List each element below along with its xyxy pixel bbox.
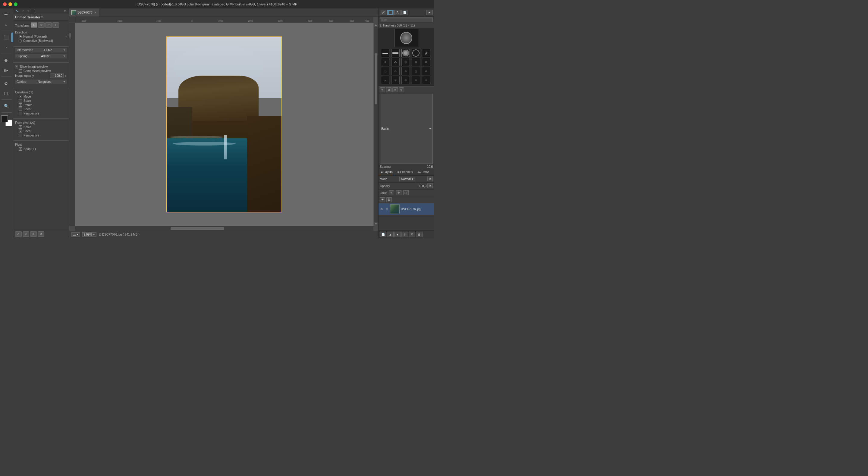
tab-close-icon[interactable]: ✕	[94, 11, 96, 14]
scroll-up-btn[interactable]: ▲	[374, 23, 378, 27]
toggle-visibility-btn[interactable]: 👁	[380, 197, 385, 202]
eraser-tool[interactable]: ◫	[1, 88, 11, 98]
tab-channels[interactable]: # Channels	[395, 169, 415, 175]
brush-item[interactable]: ✾	[391, 76, 400, 84]
direction-normal-radio[interactable]	[19, 35, 22, 38]
pivot-perspective-checkbox[interactable]	[19, 134, 22, 137]
brush-item[interactable]: ✿	[412, 58, 420, 66]
image-opacity-value[interactable]: 100.0	[50, 73, 64, 78]
zoom-selector[interactable]: 9.09% ▼	[82, 232, 96, 237]
crop-tool[interactable]: ⬛	[1, 33, 11, 42]
brush-item[interactable]: ❄	[422, 76, 430, 84]
move-tool[interactable]: ✛	[1, 10, 11, 19]
opacity-value[interactable]: 100,0	[419, 184, 427, 188]
transform-layer-btn[interactable]: L	[31, 22, 37, 28]
scrollbar-horizontal[interactable]	[75, 226, 373, 231]
brush-filter-input[interactable]	[380, 18, 433, 22]
layer-eye-btn[interactable]: 👁	[380, 207, 384, 211]
documents-icon-btn[interactable]: 📄	[401, 10, 408, 15]
constrain-move-checkbox[interactable]	[19, 95, 22, 98]
clipping-dropdown[interactable]: Clipping Adjust ▼	[15, 54, 67, 58]
pivot-shear-checkbox[interactable]	[19, 130, 22, 133]
brush-edit-btn[interactable]: ✎	[380, 87, 385, 92]
window-controls[interactable]	[3, 2, 18, 6]
delete-layer-btn[interactable]: 🗑	[416, 232, 423, 237]
move-layer-down-btn[interactable]: ▼	[394, 232, 401, 237]
brush-item[interactable]: ⊚	[401, 67, 410, 75]
scroll-down-btn[interactable]: ▼	[374, 222, 378, 226]
toggle-link-btn[interactable]: ⛓	[386, 197, 392, 202]
brush-item[interactable]: ★	[422, 49, 430, 57]
brush-item[interactable]: ⊙	[391, 67, 400, 75]
scrollbar-vertical[interactable]: ▲ ▼	[373, 23, 378, 226]
brush-item[interactable]: ◎	[412, 67, 420, 75]
new-layer-btn[interactable]: 📄	[380, 232, 386, 237]
brush-large-preview[interactable]	[394, 29, 418, 47]
close-button[interactable]	[3, 2, 7, 6]
tab-paths[interactable]: ⌲ Paths	[415, 169, 432, 175]
image-tab[interactable]: DSCF7076 ✕	[69, 8, 99, 17]
pivot-scale-checkbox[interactable]	[19, 125, 22, 129]
clone-tool[interactable]: ⊕	[1, 56, 11, 65]
move-layer-up-btn[interactable]: ▲	[387, 232, 394, 237]
tool-tab-3[interactable]: ↪	[26, 9, 30, 13]
brush-item[interactable]: ⊛	[422, 67, 430, 75]
opacity-undo-btn[interactable]: ↺	[427, 184, 433, 188]
scrollbar-h-thumb[interactable]	[170, 227, 224, 230]
collapse-right-btn[interactable]: ▶	[426, 10, 433, 15]
brush-item[interactable]: ◌	[381, 67, 390, 75]
show-image-preview-checkbox[interactable]	[15, 65, 19, 68]
canvas-scroll-area[interactable]	[75, 23, 373, 226]
warp-tool[interactable]: 〜	[1, 42, 11, 52]
mode-dropdown[interactable]: Normal ▼	[399, 177, 415, 181]
brush-item[interactable]	[391, 49, 400, 57]
brush-item-selected[interactable]	[401, 49, 410, 57]
tab-layers[interactable]: ≡ Layers	[378, 169, 395, 175]
layer-link-btn[interactable]: ⛓	[385, 207, 389, 211]
interpolation-dropdown[interactable]: Interpolation Cubic ▼	[15, 48, 67, 53]
brush-item[interactable]: ☁	[381, 76, 390, 84]
zoom-tool[interactable]: 🔍	[2, 101, 11, 111]
fonts-icon-btn[interactable]: A	[394, 10, 401, 15]
scrollbar-v-thumb[interactable]	[375, 53, 377, 104]
transform-path-btn[interactable]: P	[45, 22, 52, 28]
apply-btn[interactable]: ✓	[15, 231, 22, 237]
tool-tab-1[interactable]: 🔧	[14, 9, 20, 13]
tool-tab-2[interactable]: ↩	[21, 9, 25, 13]
tool-tab-collapse[interactable]: ▼	[62, 9, 67, 13]
constrain-scale-checkbox[interactable]	[19, 99, 22, 102]
paths-tool[interactable]: ⌲	[1, 65, 11, 75]
spacing-value[interactable]: 10.0	[427, 165, 433, 168]
maximize-button[interactable]	[14, 2, 18, 6]
direction-corrective-radio[interactable]	[19, 39, 22, 42]
patterns-icon-btn[interactable]: ⬛	[387, 10, 394, 15]
color-indicators[interactable]	[1, 116, 12, 126]
brush-delete-btn[interactable]: ✕	[393, 87, 398, 92]
lasso-tool[interactable]: ○	[1, 20, 11, 29]
merge-layers-btn[interactable]: ⇩	[401, 232, 408, 237]
mode-undo-btn[interactable]: ↺	[427, 177, 433, 181]
constrain-shear-checkbox[interactable]	[19, 107, 22, 111]
eyedropper-tool[interactable]: ⊘	[1, 78, 11, 88]
brush-item[interactable]: ❃	[412, 76, 420, 84]
transform-image-btn[interactable]: I	[53, 22, 59, 28]
undo-btn[interactable]: ↺	[38, 231, 44, 237]
brush-refresh-btn[interactable]: ↺	[399, 87, 404, 92]
tool-tab-4[interactable]	[31, 9, 35, 13]
lock-alpha-btn[interactable]: ◱	[403, 190, 409, 195]
lock-pixels-btn[interactable]: ✎	[389, 190, 394, 195]
foreground-color[interactable]	[1, 116, 8, 122]
guides-dropdown[interactable]: Guides No guides ▼	[15, 80, 67, 84]
reset-btn[interactable]: ↩	[23, 231, 29, 237]
composited-preview-checkbox[interactable]	[19, 69, 22, 73]
brush-item[interactable]: ❁	[401, 76, 410, 84]
minimize-button[interactable]	[8, 2, 12, 6]
snap-checkbox[interactable]	[19, 147, 22, 151]
constrain-perspective-checkbox[interactable]	[19, 112, 22, 115]
layer-row[interactable]: 👁 ⛓ DSCF7076.jpg	[378, 203, 434, 215]
brush-item[interactable]	[412, 49, 420, 57]
lock-position-btn[interactable]: ✛	[396, 190, 401, 195]
brush-item[interactable]	[381, 49, 390, 57]
transform-selection-btn[interactable]: S	[38, 22, 44, 28]
brush-item[interactable]: ❊	[401, 58, 410, 66]
